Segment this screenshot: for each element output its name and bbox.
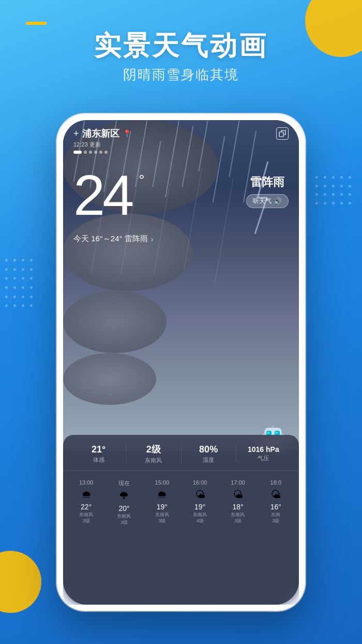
speaker-icon: 🔊 [274,197,282,205]
location-row: + 浦东新区 📍 [73,127,289,140]
stat-feels-like-label: 体感 [71,456,126,464]
stat-humidity-value: 80% [182,444,236,455]
hour-time-4: 16:00 [183,479,217,486]
weather-stats-panel: 21° 体感 2级 东南风 80% 湿度 1016 hPa 气压 [63,435,299,605]
hour-wind-4: 东南风4级 [183,512,217,524]
phone-inner: + 浦东新区 📍 12:23 更新 [63,120,299,605]
hour-item-5: 17:00 🌤 18° 东南风3级 [219,476,257,529]
hour-item-4: 16:00 🌤 19° 东南风4级 [181,476,219,529]
yellow-dash-decoration [26,22,47,25]
stat-humidity: 80% 湿度 [181,444,236,464]
hour-time-5: 17:00 [221,479,254,486]
hour-temp-2: 20° [107,504,141,513]
hour-icon-6: 🌤 [259,489,293,501]
svg-rect-0 [279,132,283,137]
stat-feels-like-value: 21° [71,444,126,455]
hour-icon-2: 🌩 [107,490,141,502]
phone-top-bar: + 浦东新区 📍 12:23 更新 [63,120,299,154]
range-arrow-icon: › [151,235,154,243]
hour-item-2: 现在 🌩 20° 东南风3级 [105,476,143,529]
stat-humidity-label: 湿度 [182,456,236,464]
hour-time-3: 15:00 [145,479,179,486]
stat-wind: 2级 东南风 [126,443,180,464]
page-dot-2[interactable] [84,151,87,154]
hour-temp-6: 16° [259,503,293,511]
hour-temp-5: 18° [221,503,254,511]
page-dot-3[interactable] [89,151,92,154]
weather-condition: 雷阵雨 听天气 🔊 [246,174,289,208]
temperature-display: 24 ° [73,167,131,224]
location-pin-icon: 📍 [123,129,131,138]
temperature-unit: ° [139,172,144,188]
today-range-text: 今天 16°～24° 雷阵雨 [73,234,148,244]
hour-wind-1: 东南风3级 [69,512,103,524]
dot-pattern-left [5,259,36,311]
hour-time-2: 现在 [107,479,141,487]
hour-temp-1: 22° [69,503,103,511]
main-title: 实景天气动画 [0,31,362,61]
page-dot-4[interactable] [94,151,97,154]
hour-temp-3: 19° [145,503,179,511]
today-range[interactable]: 今天 16°～24° 雷阵雨 › [73,234,153,244]
add-location-icon[interactable]: + [73,128,79,139]
hour-wind-6: 东南3级 [259,512,293,524]
stat-pressure-value: 1016 hPa [236,445,291,453]
listen-weather-label: 听天气 [253,197,272,206]
dot-pattern-right [315,176,357,207]
svg-rect-6 [276,432,278,434]
stat-wind-label: 东南风 [126,457,180,464]
share-icon[interactable] [276,127,289,140]
condition-text: 雷阵雨 [246,174,289,190]
hour-wind-2: 东南风3级 [107,514,141,525]
page-dot-1[interactable] [73,151,82,154]
hour-icon-1: 🌧 [69,489,103,501]
phone-mockup: + 浦东新区 📍 12:23 更新 [57,114,305,611]
header-section: 实景天气动画 阴晴雨雪身临其境 [0,31,362,84]
hour-icon-4: 🌤 [183,489,217,501]
stat-pressure-label: 气压 [236,455,291,462]
svg-rect-5 [267,432,269,434]
hour-time-1: 13:00 [69,479,103,486]
hour-item-1: 13:00 🌧 22° 东南风3级 [67,476,105,529]
page-dots [73,151,289,154]
hour-item-6: 18:0 🌤 16° 东南3级 [257,476,295,529]
hour-temp-4: 19° [183,503,217,511]
page-dot-5[interactable] [99,151,102,154]
svg-point-8 [272,423,274,426]
sub-title: 阴晴雨雪身临其境 [0,66,362,84]
page-dot-6[interactable] [104,151,108,154]
stats-row: 21° 体感 2级 东南风 80% 湿度 1016 hPa 气压 [63,443,299,471]
hour-wind-5: 东南风3级 [221,512,254,524]
hour-icon-5: 🌤 [221,489,254,501]
stat-feels-like: 21° 体感 [71,444,126,464]
temperature-value: 24 [73,163,131,227]
hour-item-3: 15:00 🌧 19° 东南风3级 [143,476,181,529]
stat-pressure: 1016 hPa 气压 [236,445,291,462]
stat-wind-value: 2级 [126,443,180,456]
update-time: 12:23 更新 [73,141,289,149]
listen-weather-button[interactable]: 听天气 🔊 [246,194,289,208]
location-name: 浦东新区 [82,127,119,140]
hour-icon-3: 🌧 [145,489,179,501]
hour-wind-3: 东南风3级 [145,512,179,524]
hour-time-6: 18:0 [259,479,293,486]
hourly-forecast: 13:00 🌧 22° 东南风3级 现在 🌩 20° 东南风3级 15:00 🌧… [63,471,299,529]
location-left: + 浦东新区 📍 [73,127,131,140]
